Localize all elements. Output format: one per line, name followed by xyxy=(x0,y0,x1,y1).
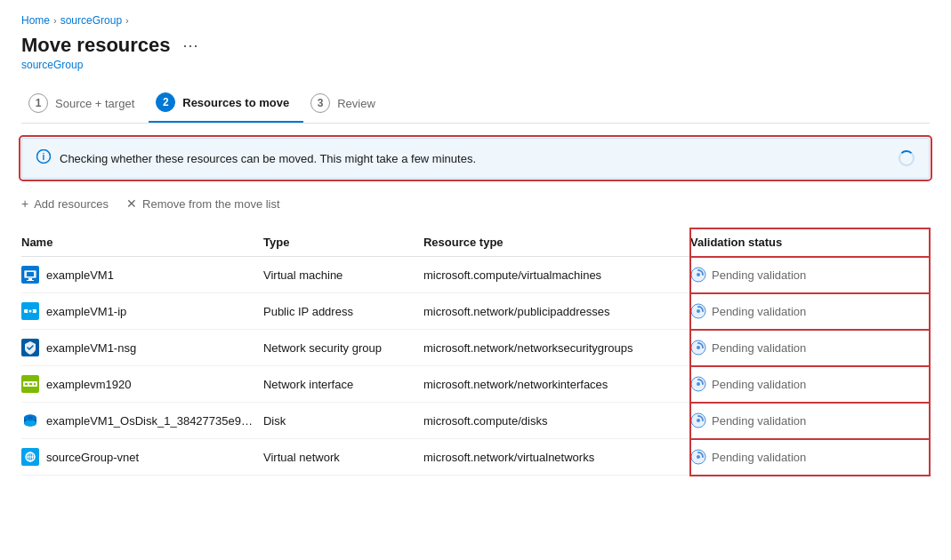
resource-icon-0 xyxy=(21,266,39,284)
svg-text:i: i xyxy=(43,152,45,162)
cell-resource-type-5: microsoft.network/virtualnetworks xyxy=(423,439,690,476)
breadcrumb-sep-2: › xyxy=(125,15,129,26)
svg-rect-6 xyxy=(28,278,32,280)
resource-icon-1 xyxy=(21,302,39,320)
cell-type-5: Virtual network xyxy=(263,439,423,476)
validation-label-2: Pending validation xyxy=(712,341,806,355)
svg-rect-7 xyxy=(27,280,34,281)
cell-name-3: examplevm1920 xyxy=(21,366,263,403)
info-banner: i Checking whether these resources can b… xyxy=(21,138,930,179)
validation-status-5: Pending validation xyxy=(690,449,919,465)
validation-status-3: Pending validation xyxy=(690,376,919,392)
source-group-link[interactable]: sourceGroup xyxy=(21,59,930,71)
validation-status-4: Pending validation xyxy=(690,412,919,428)
step-resources-to-move[interactable]: 2 Resources to move xyxy=(149,85,303,123)
remove-from-list-label: Remove from the move list xyxy=(142,197,280,211)
cell-validation-0: Pending validation xyxy=(690,257,930,293)
step-2-circle: 2 xyxy=(156,92,175,112)
table-row: exampleVM1-nsg Network security group mi… xyxy=(21,330,930,366)
cell-validation-3: Pending validation xyxy=(690,366,930,403)
step-1-circle: 1 xyxy=(28,93,48,113)
remove-from-list-button[interactable]: ✕ Remove from the move list xyxy=(126,193,280,214)
resource-table: Name Type Resource type Validation statu… xyxy=(21,228,930,476)
resource-icon-3 xyxy=(21,375,39,393)
col-header-type: Type xyxy=(263,228,423,257)
page-header: Move resources ··· xyxy=(21,34,930,57)
svg-point-25 xyxy=(697,382,700,386)
validation-label-1: Pending validation xyxy=(712,305,806,318)
add-resources-label: Add resources xyxy=(34,197,109,211)
validation-status-0: Pending validation xyxy=(690,267,919,283)
info-banner-text: Checking whether these resources can be … xyxy=(60,152,890,165)
breadcrumb-home[interactable]: Home xyxy=(21,14,50,27)
cell-validation-1: Pending validation xyxy=(690,293,930,330)
breadcrumb-source-group[interactable]: sourceGroup xyxy=(60,14,122,27)
resource-name-4: exampleVM1_OsDisk_1_38427735e9… xyxy=(46,414,253,428)
col-header-validation: Validation status xyxy=(690,228,930,257)
resource-icon-2 xyxy=(21,339,39,356)
cell-validation-4: Pending validation xyxy=(690,403,930,439)
toolbar: + Add resources ✕ Remove from the move l… xyxy=(21,193,930,214)
cell-name-0: exampleVM1 xyxy=(21,257,263,293)
cell-name-1: exampleVM1-ip xyxy=(21,293,263,330)
col-header-resource-type: Resource type xyxy=(423,228,690,257)
svg-point-29 xyxy=(28,417,33,419)
step-1-label: Source + target xyxy=(55,97,134,110)
svg-rect-23 xyxy=(34,383,36,385)
resource-name-2: exampleVM1-nsg xyxy=(46,341,136,355)
validation-label-5: Pending validation xyxy=(712,451,806,464)
svg-point-9 xyxy=(697,273,700,276)
table-row: exampleVM1-ip Public IP address microsof… xyxy=(21,293,930,330)
more-options-button[interactable]: ··· xyxy=(178,35,205,57)
add-resources-button[interactable]: + Add resources xyxy=(21,193,109,214)
resource-name-1: exampleVM1-ip xyxy=(46,305,126,318)
svg-point-31 xyxy=(697,419,700,422)
step-3-label: Review xyxy=(337,97,375,110)
table-row: exampleVM1 Virtual machine microsoft.com… xyxy=(21,257,930,293)
cell-validation-2: Pending validation xyxy=(690,330,930,366)
cell-resource-type-3: microsoft.network/networkinterfaces xyxy=(423,366,690,403)
step-source-target[interactable]: 1 Source + target xyxy=(21,86,149,122)
svg-point-27 xyxy=(24,420,36,427)
table-header-row: Name Type Resource type Validation statu… xyxy=(21,228,930,257)
resource-name-0: exampleVM1 xyxy=(46,268,114,282)
svg-point-13 xyxy=(29,310,32,313)
svg-point-18 xyxy=(697,346,700,349)
cell-name-4: exampleVM1_OsDisk_1_38427735e9… xyxy=(21,403,263,439)
validation-status-1: Pending validation xyxy=(690,303,919,319)
table-row: sourceGroup-vnet Virtual network microso… xyxy=(21,439,930,476)
cell-resource-type-4: microsoft.compute/disks xyxy=(423,403,690,439)
breadcrumb: Home › sourceGroup › xyxy=(21,14,930,27)
cell-resource-type-0: microsoft.compute/virtualmachines xyxy=(423,257,690,293)
info-icon: i xyxy=(36,149,51,167)
resource-icon-4 xyxy=(21,412,39,429)
cell-type-1: Public IP address xyxy=(263,293,423,330)
cell-name-2: exampleVM1-nsg xyxy=(21,330,263,366)
cell-type-0: Virtual machine xyxy=(263,257,423,293)
breadcrumb-sep-1: › xyxy=(53,15,57,26)
cell-validation-5: Pending validation xyxy=(690,439,930,476)
validation-status-2: Pending validation xyxy=(690,340,919,356)
cell-resource-type-2: microsoft.network/networksecuritygroups xyxy=(423,330,690,366)
page-title: Move resources xyxy=(21,34,171,57)
svg-point-15 xyxy=(697,309,700,313)
cell-name-5: sourceGroup-vnet xyxy=(21,439,263,476)
resource-icon-5 xyxy=(21,448,39,466)
cell-type-4: Disk xyxy=(263,403,423,439)
svg-point-38 xyxy=(697,455,700,459)
validation-label-3: Pending validation xyxy=(712,378,806,391)
resource-name-3: examplevm1920 xyxy=(46,378,131,391)
add-icon: + xyxy=(21,196,28,211)
remove-icon: ✕ xyxy=(126,196,137,211)
cell-type-2: Network security group xyxy=(263,330,423,366)
step-review[interactable]: 3 Review xyxy=(303,86,390,122)
loading-spinner xyxy=(899,150,915,166)
wizard-steps: 1 Source + target 2 Resources to move 3 … xyxy=(21,85,930,124)
validation-label-0: Pending validation xyxy=(712,268,806,282)
step-2-label: Resources to move xyxy=(182,96,289,109)
cell-resource-type-1: microsoft.network/publicipaddresses xyxy=(423,293,690,330)
step-3-circle: 3 xyxy=(310,93,330,113)
table-row: exampleVM1_OsDisk_1_38427735e9… Disk mic… xyxy=(21,403,930,439)
resource-name-5: sourceGroup-vnet xyxy=(46,451,139,464)
col-header-name: Name xyxy=(21,228,263,257)
